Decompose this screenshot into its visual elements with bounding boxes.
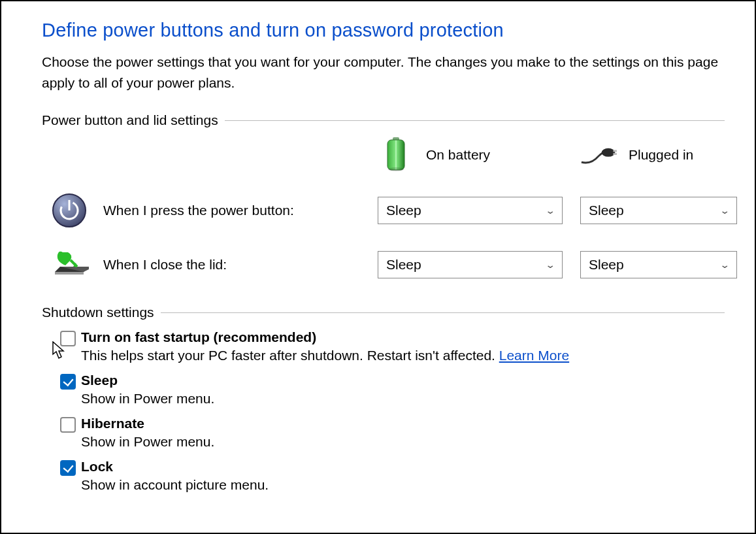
power-grid: On battery Plugged in xyxy=(51,137,725,281)
dropdown-close-lid-plugged[interactable]: Sleep ⌄ xyxy=(580,251,737,278)
dropdown-power-button-plugged[interactable]: Sleep ⌄ xyxy=(580,197,737,224)
power-options-panel: Define power buttons and turn on passwor… xyxy=(0,0,756,534)
checkbox-desc-fast-startup: This helps start your PC faster after sh… xyxy=(81,348,569,363)
checkbox-desc-sleep: Show in Power menu. xyxy=(81,391,214,407)
page-intro: Choose the power settings that you want … xyxy=(42,52,725,93)
section-heading-shutdown: Shutdown settings xyxy=(42,305,725,320)
checkbox-item-lock: Lock Show in account picture menu. xyxy=(60,459,725,493)
svg-point-2 xyxy=(388,167,404,171)
checkbox-fast-startup[interactable] xyxy=(60,331,76,346)
checkbox-label-lock: Lock xyxy=(81,459,269,475)
chevron-down-icon: ⌄ xyxy=(719,259,731,270)
spacer xyxy=(103,137,378,173)
svg-rect-5 xyxy=(613,153,617,155)
checkbox-sleep[interactable] xyxy=(60,374,76,390)
divider xyxy=(225,120,725,121)
checkbox-item-hibernate: Hibernate Show in Power menu. xyxy=(60,416,725,450)
checkbox-desc-hibernate: Show in Power menu. xyxy=(81,434,214,450)
dropdown-power-button-battery[interactable]: Sleep ⌄ xyxy=(378,197,563,224)
cursor-icon xyxy=(52,341,67,359)
checkbox-desc-lock: Show in account picture menu. xyxy=(81,477,269,493)
checkbox-label-fast-startup: Turn on fast startup (recommended) xyxy=(81,329,569,345)
chevron-down-icon: ⌄ xyxy=(545,205,556,216)
section-heading-power: Power button and lid settings xyxy=(42,112,725,128)
chevron-down-icon: ⌄ xyxy=(545,259,556,270)
dropdown-value: Sleep xyxy=(386,257,421,273)
column-header-plugged-label: Plugged in xyxy=(629,147,693,163)
section-heading-power-label: Power button and lid settings xyxy=(42,112,225,128)
learn-more-link[interactable]: Learn More xyxy=(499,348,569,363)
dropdown-value: Sleep xyxy=(589,203,624,218)
divider xyxy=(161,312,725,313)
dropdown-value: Sleep xyxy=(386,203,421,218)
svg-point-3 xyxy=(602,148,616,157)
checkbox-item-sleep: Sleep Show in Power menu. xyxy=(60,373,725,407)
battery-icon xyxy=(378,137,414,173)
spacer xyxy=(51,137,103,173)
chevron-down-icon: ⌄ xyxy=(719,205,731,216)
checkbox-hibernate[interactable] xyxy=(60,417,76,433)
checkbox-lock[interactable] xyxy=(60,460,76,476)
svg-rect-4 xyxy=(613,150,617,152)
close-lid-icon xyxy=(51,248,103,281)
page-title: Define power buttons and turn on passwor… xyxy=(42,20,725,41)
checkbox-label-sleep: Sleep xyxy=(81,373,214,388)
desc-text: This helps start your PC faster after sh… xyxy=(81,348,499,363)
section-heading-shutdown-label: Shutdown settings xyxy=(42,305,161,320)
dropdown-value: Sleep xyxy=(589,257,624,273)
power-button-icon xyxy=(51,192,103,229)
dropdown-close-lid-battery[interactable]: Sleep ⌄ xyxy=(378,251,563,278)
column-header-battery: On battery xyxy=(378,137,580,173)
checkbox-item-fast-startup: Turn on fast startup (recommended) This … xyxy=(60,329,725,363)
column-header-battery-label: On battery xyxy=(426,147,490,163)
checkbox-label-hibernate: Hibernate xyxy=(81,416,214,431)
svg-rect-1 xyxy=(387,140,404,170)
column-header-plugged: Plugged in xyxy=(580,137,737,173)
plug-icon xyxy=(580,143,617,167)
row-label-close-lid: When I close the lid: xyxy=(103,248,378,281)
row-label-power-button: When I press the power button: xyxy=(103,192,378,229)
